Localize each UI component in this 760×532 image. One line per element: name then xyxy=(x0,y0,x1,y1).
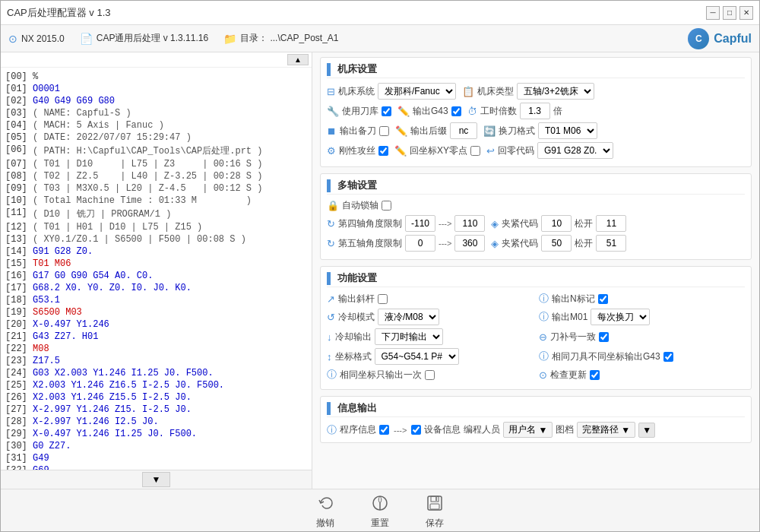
coolant-mode-select[interactable]: 液冷/M08 xyxy=(378,309,439,325)
coolant-output-label: 冷却输出 xyxy=(335,331,372,344)
multi-row-2: ↻ 第四轴角度限制 ---> ◈ 夹紧代码 松开 xyxy=(327,215,745,232)
device-info-label: 设备信息 xyxy=(424,423,461,436)
toolbar: ⊙ NX 2015.0 📄 CAP通用后处理 v 1.3.11.16 📁 目录：… xyxy=(1,25,759,52)
use-tool-group: 🔧 使用刀库 xyxy=(327,105,391,118)
arrow1: ---> xyxy=(392,426,408,435)
suffix-input[interactable] xyxy=(450,122,477,139)
tool-change-select[interactable]: T01 M06 xyxy=(538,122,597,139)
maximize-button[interactable]: □ xyxy=(723,6,736,20)
right-panel[interactable]: 机床设置 ⊟ 机床系统 发那科/Fanuc 📋 机床类型 五轴/3 xyxy=(312,52,759,489)
scroll-down-button[interactable]: ▼ xyxy=(142,472,171,487)
system-icon: ⊟ xyxy=(327,86,335,97)
coord-format-select[interactable]: G54~G54.1 P# xyxy=(375,348,459,365)
nx-icon: ⊙ xyxy=(8,33,17,45)
undo-label: 撤销 xyxy=(316,517,334,530)
func-row-5: ⓘ 相同坐标只输出一次 ⊙ 检查更新 xyxy=(327,368,745,382)
same-coord-checkbox[interactable] xyxy=(425,370,435,380)
fourth-clamp-input[interactable] xyxy=(541,215,572,232)
save-button[interactable]: 保存 xyxy=(423,491,447,530)
reset-icon xyxy=(368,491,392,515)
code-scroll[interactable]: [00] % [01] O0001 [02] G40 G49 G69 G80 [… xyxy=(1,68,312,470)
save-label: 保存 xyxy=(426,517,444,530)
lock-icon: 🔒 xyxy=(327,200,339,211)
multi-axis-section: 多轴设置 🔒 自动锁轴 ↻ 第四轴角度限制 ---> xyxy=(320,173,752,260)
system-select[interactable]: 发那科/Fanuc xyxy=(378,83,456,100)
system-group: ⊟ 机床系统 发那科/Fanuc xyxy=(327,83,456,100)
same-tool-group: ⓘ 相同刀具不同坐标输出G43 xyxy=(539,350,745,363)
reset-button[interactable]: 重置 xyxy=(368,491,392,530)
doc-icon: 📄 xyxy=(80,33,93,45)
code-line-22: [22] M08 xyxy=(1,343,312,355)
m01-group: ⓘ 输出M01 每次换刀 xyxy=(539,309,745,325)
g43-icon: ✏️ xyxy=(397,106,410,117)
bottom-bar: 撤销 重置 保存 xyxy=(1,489,759,531)
fifth-release-input[interactable] xyxy=(596,235,626,252)
return-code-select[interactable]: G91 G28 Z0. xyxy=(537,142,613,159)
fourth-limit-label: 第四轴角度限制 xyxy=(338,217,402,230)
auto-lock-group: 🔒 自动锁轴 xyxy=(327,199,391,212)
func-row-4: ↕ 坐标格式 G54~G54.1 P# ⓘ 相同刀具不同坐标输出G43 xyxy=(327,348,745,365)
minimize-button[interactable]: ─ xyxy=(706,6,720,20)
brand-logo: C xyxy=(688,28,709,49)
scroll-up-button[interactable]: ▲ xyxy=(287,54,309,65)
machine-settings-title: 机床设置 xyxy=(327,62,745,78)
rigid-tap-checkbox[interactable] xyxy=(378,146,388,156)
m01-select[interactable]: 每次换刀 xyxy=(591,309,650,325)
code-line-25: [25] X2.003 Y1.246 Z16.5 I-2.5 J0. F500. xyxy=(1,379,312,391)
code-line-17: [17] G68.2 X0. Y0. Z0. I0. J0. K0. xyxy=(1,282,312,294)
tool-comp-icon: ⊖ xyxy=(539,331,547,343)
fifth-clamp-icon: ◈ xyxy=(491,238,499,249)
prog-info-checkbox[interactable] xyxy=(379,425,389,435)
fifth-min-input[interactable] xyxy=(405,235,435,252)
coolant-output-select[interactable]: 下刀时输出 xyxy=(375,328,443,345)
n-checkbox[interactable] xyxy=(598,294,608,304)
arrow1-checkbox[interactable] xyxy=(411,425,421,435)
spare-icon: ⏹ xyxy=(327,125,337,137)
code-line-15: [15] T01 M06 xyxy=(1,258,312,270)
toolbar-directory: 📁 目录： ...\CAP_Post_A1 xyxy=(223,32,338,45)
fourth-min-input[interactable] xyxy=(405,215,435,232)
brand-area: C Capful xyxy=(688,28,752,49)
spare-checkbox[interactable] xyxy=(379,126,389,136)
close-button[interactable]: ✕ xyxy=(739,6,753,20)
func-row-1: ↗ 输出斜杆 ⓘ 输出N标记 xyxy=(327,292,745,306)
auto-lock-checkbox[interactable] xyxy=(382,201,391,211)
code-line-4: [04] ( MACH: 5 Axis | Fanuc ) xyxy=(1,119,312,131)
fourth-release-input[interactable] xyxy=(596,215,626,232)
system-label: 机床系统 xyxy=(338,85,375,98)
same-tool-checkbox[interactable] xyxy=(663,352,673,362)
machine-row-3: ⏹ 输出备刀 ✏️ 输出后缀 🔄 换刀格式 T01 M06 xyxy=(327,122,745,139)
tilt-group: ↗ 输出斜杆 xyxy=(327,293,533,306)
code-line-2: [02] G40 G49 G69 G80 xyxy=(1,95,312,107)
return-xy-checkbox[interactable] xyxy=(470,146,480,156)
release-label: 松开 xyxy=(575,217,593,230)
work-time-group: ⏱ 工时倍数 倍 xyxy=(467,103,562,119)
function-settings-title: 功能设置 xyxy=(327,271,745,287)
check-update-checkbox[interactable] xyxy=(590,370,600,380)
username-label: 用户名 xyxy=(508,423,536,436)
fifth-clamp-input[interactable] xyxy=(541,235,572,252)
work-time-input[interactable] xyxy=(520,103,550,119)
code-line-12: [12] ( T01 | H01 | D10 | L75 | Z15 ) xyxy=(1,221,312,233)
use-tool-checkbox[interactable] xyxy=(382,106,391,116)
info-more-button[interactable]: ▼ xyxy=(638,423,655,438)
code-line-0: [00] % xyxy=(1,71,312,83)
machine-row-2: 🔧 使用刀库 ✏️ 输出G43 ⏱ 工时倍数 倍 xyxy=(327,103,745,119)
undo-button[interactable]: 撤销 xyxy=(313,491,337,530)
path-arrow: ▼ xyxy=(621,425,630,435)
multi-axis-title: 多轴设置 xyxy=(327,179,745,195)
m01-label: 输出M01 xyxy=(552,311,587,324)
same-coord-icon: ⓘ xyxy=(327,368,337,382)
info-output-title: 信息输出 xyxy=(327,401,745,417)
tool-comp-checkbox[interactable] xyxy=(599,332,609,342)
g43-checkbox[interactable] xyxy=(451,106,461,116)
code-line-30: [30] G0 Z27. xyxy=(1,440,312,452)
fifth-icon: ↻ xyxy=(327,238,335,249)
code-line-19: [19] S6500 M03 xyxy=(1,306,312,318)
reset-label: 重置 xyxy=(371,517,389,530)
fifth-max-input[interactable] xyxy=(454,235,485,252)
same-coord-group: ⓘ 相同坐标只输出一次 xyxy=(327,368,533,382)
fourth-max-input[interactable] xyxy=(454,215,485,232)
tilt-checkbox[interactable] xyxy=(378,294,388,304)
type-select[interactable]: 五轴/3+2铣床 xyxy=(517,83,594,100)
